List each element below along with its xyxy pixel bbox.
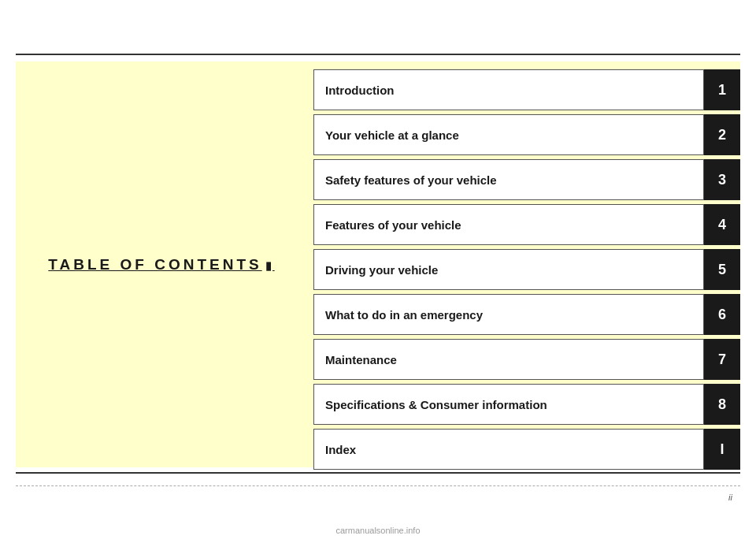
toc-row[interactable]: Your vehicle at a glance2 xyxy=(313,114,740,155)
toc-row[interactable]: IndexI xyxy=(313,429,740,470)
left-panel: TABLE OF CONTENTS xyxy=(16,61,307,467)
toc-row[interactable]: Introduction1 xyxy=(313,69,740,110)
toc-row[interactable]: Specifications & Consumer information8 xyxy=(313,384,740,425)
toc-number: 7 xyxy=(704,339,740,380)
toc-row[interactable]: Maintenance7 xyxy=(313,339,740,380)
toc-label: What to do in an emergency xyxy=(313,294,704,335)
page-number: ii xyxy=(728,493,732,502)
toc-label: Your vehicle at a glance xyxy=(313,114,704,155)
toc-label: Safety features of your vehicle xyxy=(313,159,704,200)
top-rule xyxy=(16,54,740,55)
toc-number: 6 xyxy=(704,294,740,335)
main-content: TABLE OF CONTENTS Introduction1Your vehi… xyxy=(16,61,740,467)
bottom-rule xyxy=(16,472,740,474)
toc-number: 4 xyxy=(704,204,740,245)
toc-number: I xyxy=(704,429,740,470)
toc-title: TABLE OF CONTENTS xyxy=(48,256,274,273)
dashed-rule xyxy=(16,485,740,486)
toc-number: 3 xyxy=(704,159,740,200)
toc-row[interactable]: Safety features of your vehicle3 xyxy=(313,159,740,200)
toc-label: Maintenance xyxy=(313,339,704,380)
toc-row[interactable]: Driving your vehicle5 xyxy=(313,249,740,290)
watermark: carmanualsonline.info xyxy=(335,526,420,535)
toc-number: 1 xyxy=(704,69,740,110)
toc-row[interactable]: Features of your vehicle4 xyxy=(313,204,740,245)
toc-label: Features of your vehicle xyxy=(313,204,704,245)
toc-list: Introduction1Your vehicle at a glance2Sa… xyxy=(307,61,740,467)
toc-label: Introduction xyxy=(313,69,704,110)
toc-number: 2 xyxy=(704,114,740,155)
toc-number: 5 xyxy=(704,249,740,290)
toc-row[interactable]: What to do in an emergency6 xyxy=(313,294,740,335)
toc-label: Index xyxy=(313,429,704,470)
toc-number: 8 xyxy=(704,384,740,425)
toc-label: Specifications & Consumer information xyxy=(313,384,704,425)
toc-label: Driving your vehicle xyxy=(313,249,704,290)
